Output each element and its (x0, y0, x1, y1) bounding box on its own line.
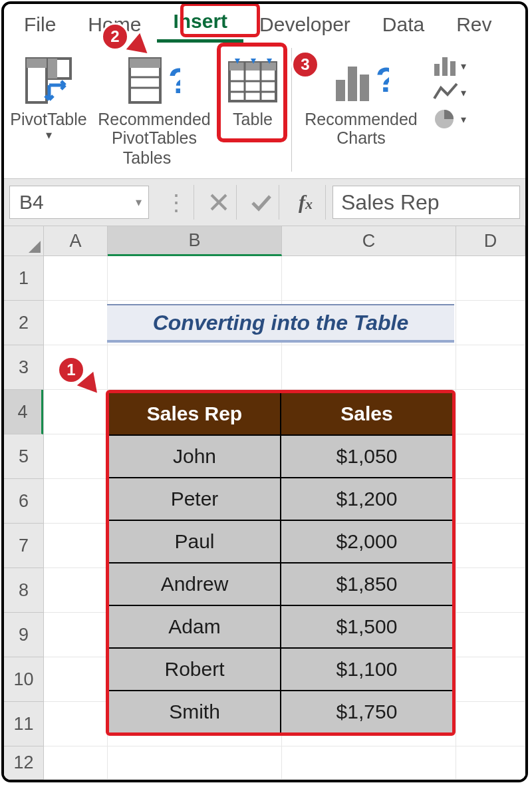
row-header-7[interactable]: 7 (4, 524, 43, 568)
pivottable-button[interactable]: PivotTable ▾ (8, 48, 89, 141)
column-headers: A B C D (44, 226, 525, 256)
formula-bar: B4 ⋮ fx Sales Rep (4, 178, 525, 226)
pivottable-icon (25, 57, 72, 104)
group-label-blank (359, 148, 364, 168)
svg-rect-5 (130, 59, 160, 68)
svg-rect-22 (434, 64, 440, 76)
worksheet: 1 2 3 4 5 6 7 8 9 10 11 12 (4, 256, 525, 780)
cell-sales[interactable]: $1,500 (281, 605, 452, 647)
svg-text:?: ? (168, 61, 180, 100)
cell-sales[interactable]: $1,850 (281, 562, 452, 605)
recommended-charts-icon: ? (333, 57, 389, 104)
row-header-3[interactable]: 3 (4, 345, 43, 390)
reccharts-label-l2: Charts (336, 129, 386, 148)
cell-sales[interactable]: $1,100 (281, 647, 452, 690)
cells-area[interactable]: Converting into the Table 1 Sales Rep Sa… (44, 256, 525, 780)
column-chart-icon (433, 55, 460, 77)
pivottable-label: PivotTable (10, 110, 86, 129)
annotation-callout-2-label: 2 (110, 27, 119, 46)
cancel-formula-button[interactable] (201, 185, 237, 220)
table-row: Adam$1,500 (109, 605, 452, 647)
row-header-1[interactable]: 1 (4, 256, 43, 301)
column-chart-button[interactable]: ▾ (433, 55, 466, 77)
cell-salesrep[interactable]: Smith (109, 690, 281, 732)
annotation-callout-1-label: 1 (66, 361, 75, 379)
svg-rect-23 (442, 57, 448, 76)
table-row: Smith$1,750 (109, 690, 452, 732)
x-icon (209, 192, 229, 212)
insert-function-button[interactable]: fx (286, 185, 326, 220)
cell-sales[interactable]: $1,200 (281, 477, 452, 520)
table-row: Andrew$1,850 (109, 562, 452, 605)
svg-rect-19 (348, 67, 357, 101)
col-header-C[interactable]: C (282, 226, 456, 256)
svg-rect-20 (360, 75, 369, 101)
annotation-callout-3: 3 (291, 51, 319, 79)
chevron-down-icon: ▾ (461, 113, 466, 126)
recommended-pivottables-button[interactable]: ? Recommended PivotTables (89, 48, 219, 147)
select-all-corner[interactable] (4, 226, 44, 256)
table-row: Peter$1,200 (109, 477, 452, 520)
col-header-A[interactable]: A (44, 226, 108, 256)
cell-sales[interactable]: $2,000 (281, 520, 452, 562)
tab-developer[interactable]: Developer (243, 8, 366, 43)
data-table: Sales Rep Sales John$1,050 Peter$1,200 P… (106, 390, 456, 736)
name-box[interactable]: B4 (9, 186, 149, 219)
line-chart-button[interactable]: ▾ (433, 81, 466, 104)
row-header-2[interactable]: 2 (4, 301, 43, 345)
table-header-row: Sales Rep Sales (109, 393, 452, 434)
annotation-box-insert-tab (180, 3, 260, 37)
row-header-6[interactable]: 6 (4, 479, 43, 524)
cell-salesrep[interactable]: Robert (109, 647, 281, 690)
annotation-callout-1: 1 (57, 356, 85, 384)
cell-salesrep[interactable]: Paul (109, 520, 281, 562)
svg-rect-3 (48, 59, 57, 79)
row-header-12[interactable]: 12 (4, 746, 43, 780)
recpivots-label-l2: PivotTables (112, 129, 197, 148)
formula-input[interactable]: Sales Rep (332, 186, 520, 219)
row-header-4[interactable]: 4 (4, 390, 43, 434)
row-header-8[interactable]: 8 (4, 568, 43, 613)
annotation-callout-3-label: 3 (301, 55, 309, 74)
svg-rect-24 (450, 61, 456, 76)
cell-salesrep[interactable]: Peter (109, 477, 281, 520)
chevron-down-icon: ▾ (461, 60, 466, 73)
tab-file[interactable]: File (8, 8, 72, 43)
table-header-salesrep[interactable]: Sales Rep (109, 393, 281, 434)
cell-salesrep[interactable]: Adam (109, 605, 281, 647)
pie-chart-button[interactable]: ▾ (433, 108, 466, 130)
cell-salesrep[interactable]: John (109, 434, 281, 477)
chart-type-buttons: ▾ ▾ ▾ (433, 48, 466, 172)
line-chart-icon (433, 81, 460, 104)
check-icon (250, 192, 273, 212)
cell-sales[interactable]: $1,750 (281, 690, 452, 732)
col-header-B[interactable]: B (108, 226, 282, 256)
fx-icon: fx (299, 191, 313, 214)
col-header-D[interactable]: D (456, 226, 525, 256)
annotation-box-table-button (217, 43, 287, 142)
tab-review[interactable]: Rev (440, 8, 491, 43)
recpivots-label-l1: Recommended (98, 110, 211, 129)
ribbon-tabs: File Home Insert Developer Data Rev (4, 4, 525, 43)
reccharts-label-l1: Recommended (305, 110, 418, 129)
formula-menu-button[interactable]: ⋮ (158, 185, 194, 220)
table-row: John$1,050 (109, 434, 452, 477)
tab-data[interactable]: Data (366, 8, 440, 43)
table-row: Robert$1,100 (109, 647, 452, 690)
pie-chart-icon (433, 108, 460, 130)
row-header-11[interactable]: 11 (4, 702, 43, 746)
ribbon-insert: PivotTable ▾ ? Recommended (4, 43, 525, 172)
enter-formula-button[interactable] (243, 185, 279, 220)
row-header-9[interactable]: 9 (4, 613, 43, 657)
recommended-pivottables-icon: ? (128, 57, 180, 104)
svg-rect-1 (27, 59, 47, 68)
formula-controls: ⋮ fx (152, 179, 332, 226)
row-header-10[interactable]: 10 (4, 657, 43, 702)
chevron-down-icon: ▾ (46, 129, 52, 141)
cell-sales[interactable]: $1,050 (281, 434, 452, 477)
svg-rect-18 (336, 80, 345, 101)
cell-salesrep[interactable]: Andrew (109, 562, 281, 605)
sheet-title: Converting into the Table (107, 304, 454, 343)
row-header-5[interactable]: 5 (4, 434, 43, 479)
table-header-sales[interactable]: Sales (281, 393, 452, 434)
